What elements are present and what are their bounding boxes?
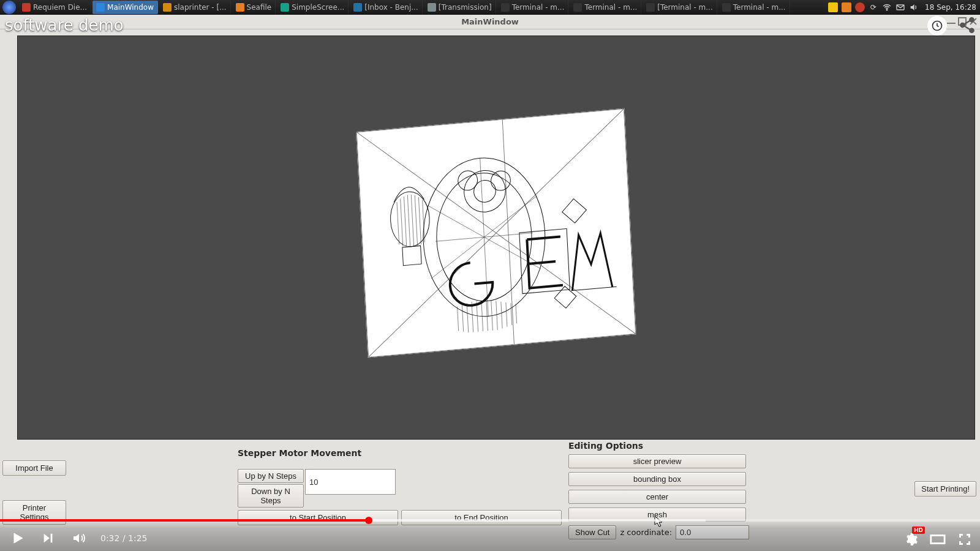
app-body: Import File Printer Settings Stepper Mot… bbox=[0, 29, 980, 551]
stepper-up-button[interactable]: Up by N Steps bbox=[238, 469, 304, 483]
app-icon bbox=[573, 3, 582, 12]
taskbar-item[interactable]: Seafile bbox=[232, 1, 276, 14]
progress-played bbox=[0, 519, 369, 522]
taskbar-item[interactable]: [Terminal - m... bbox=[643, 1, 717, 14]
taskbar-item-label: Seafile bbox=[247, 3, 272, 12]
taskbar-item-label: [Terminal - m... bbox=[657, 3, 713, 12]
fullscreen-icon[interactable] bbox=[956, 530, 974, 549]
volume-tray-icon[interactable] bbox=[909, 2, 919, 12]
app-icon bbox=[22, 3, 31, 12]
window-title: MainWindow bbox=[461, 17, 519, 26]
taskbar-item-label: [Transmission] bbox=[439, 3, 492, 12]
mail-tray-icon[interactable] bbox=[895, 2, 905, 12]
svg-rect-16 bbox=[931, 536, 944, 544]
system-tray: ⟳ 18 Sep, 16:28 bbox=[828, 2, 980, 12]
taskbar-item-label: Terminal - m... bbox=[733, 3, 786, 12]
stepper-down-button[interactable]: Down by N Steps bbox=[238, 484, 304, 508]
taskbar-item-label: Terminal - m... bbox=[584, 3, 637, 12]
app-icon bbox=[428, 3, 436, 12]
svg-point-12 bbox=[473, 179, 497, 203]
app-icon bbox=[96, 3, 105, 12]
svg-point-14 bbox=[491, 170, 511, 192]
watch-later-icon[interactable] bbox=[927, 16, 947, 36]
3d-viewport[interactable] bbox=[17, 36, 975, 440]
play-icon[interactable] bbox=[9, 529, 27, 547]
hd-badge: HD bbox=[912, 527, 925, 534]
editing-heading: Editing Options bbox=[568, 441, 749, 451]
video-title: software demo bbox=[5, 16, 124, 34]
stepper-heading: Stepper Motor Movement bbox=[238, 448, 562, 458]
wifi-tray-icon[interactable] bbox=[882, 2, 892, 12]
sync-tray-icon[interactable] bbox=[842, 2, 851, 12]
app-icon bbox=[501, 3, 510, 12]
share-icon[interactable] bbox=[958, 16, 976, 37]
taskbar-item[interactable]: SimpleScree... bbox=[277, 1, 349, 14]
volume-icon[interactable] bbox=[70, 529, 88, 547]
taskbar-item[interactable]: slaprinter - [... bbox=[159, 1, 231, 14]
center-button[interactable]: center bbox=[568, 490, 746, 504]
desktop-taskbar: Requiem Die...MainWindowslaprinter - [..… bbox=[0, 0, 980, 15]
next-icon[interactable] bbox=[39, 529, 58, 547]
taskbar-item[interactable]: [Inbox - Benj... bbox=[350, 1, 422, 14]
bounding-box-button[interactable]: bounding box bbox=[568, 472, 746, 486]
app-icon bbox=[353, 3, 362, 12]
video-player-bar: 0:32 / 1:25 HD bbox=[0, 519, 980, 551]
theater-mode-icon[interactable] bbox=[929, 530, 947, 549]
video-time: 0:32 / 1:25 bbox=[100, 533, 148, 543]
taskbar-item-label: SimpleScree... bbox=[292, 3, 344, 12]
app-icon bbox=[281, 3, 289, 12]
taskbar-item-label: slaprinter - [... bbox=[174, 3, 227, 12]
taskbar-item-label: MainWindow bbox=[107, 3, 154, 12]
app-icon bbox=[646, 3, 655, 12]
stepper-steps-input[interactable] bbox=[305, 469, 396, 495]
progress-knob-icon[interactable] bbox=[365, 517, 372, 524]
record-tray-icon[interactable] bbox=[855, 2, 865, 12]
taskbar-item-label: Requiem Die... bbox=[33, 3, 87, 12]
taskbar-item[interactable]: Terminal - m... bbox=[718, 1, 790, 14]
mesh-preview bbox=[356, 108, 636, 358]
taskbar-clock[interactable]: 18 Sep, 16:28 bbox=[925, 3, 976, 12]
svg-point-11 bbox=[463, 169, 507, 214]
app-icon bbox=[722, 3, 731, 12]
start-printing-button[interactable]: Start Printing! bbox=[914, 481, 976, 497]
taskbar-item-label: Terminal - m... bbox=[512, 3, 565, 12]
app-icon bbox=[163, 3, 172, 12]
updates-tray-icon[interactable]: ⟳ bbox=[869, 2, 878, 12]
slicer-preview-button[interactable]: slicer preview bbox=[568, 454, 746, 468]
taskbar-item-label: [Inbox - Benj... bbox=[364, 3, 418, 12]
import-file-button[interactable]: Import File bbox=[2, 460, 66, 476]
window-titlebar: MainWindow bbox=[0, 15, 980, 29]
note-tray-icon[interactable] bbox=[828, 2, 838, 12]
settings-icon[interactable]: HD bbox=[902, 530, 920, 549]
taskbar-item[interactable]: MainWindow bbox=[92, 1, 158, 14]
taskbar-item[interactable]: Requiem Die... bbox=[18, 1, 91, 14]
taskbar-item[interactable]: [Transmission] bbox=[424, 1, 496, 14]
taskbar-item[interactable]: Terminal - m... bbox=[497, 1, 569, 14]
svg-point-0 bbox=[886, 9, 888, 10]
taskbar-item[interactable]: Terminal - m... bbox=[570, 1, 641, 14]
app-icon bbox=[236, 3, 244, 12]
start-menu-icon[interactable] bbox=[2, 1, 16, 14]
